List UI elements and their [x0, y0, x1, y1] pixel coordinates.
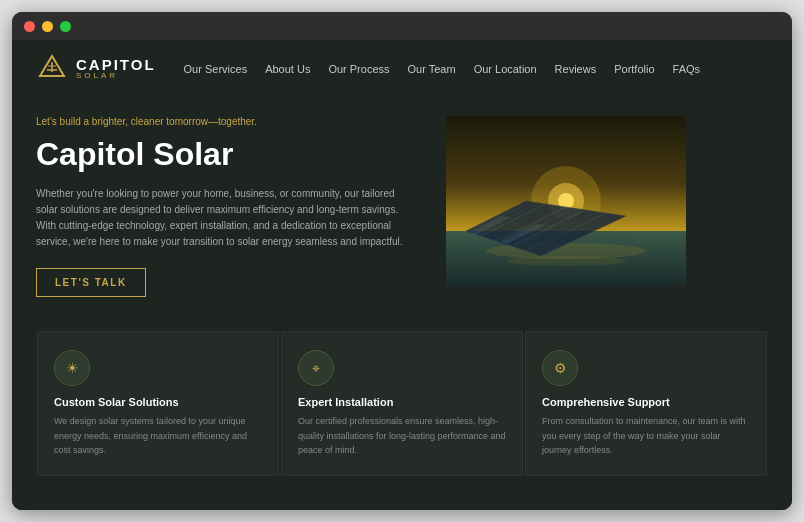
- hero-section: Let's build a brighter, cleaner tomorrow…: [12, 96, 792, 313]
- card-title-0: Custom Solar Solutions: [54, 396, 262, 408]
- card-support: ⚙ Comprehensive Support From consultatio…: [525, 331, 767, 476]
- minimize-button[interactable]: [42, 21, 53, 32]
- card-title-2: Comprehensive Support: [542, 396, 750, 408]
- hero-title: Capitol Solar: [36, 137, 416, 172]
- navbar: CAPITOL SOLAR Our Services About Us Our …: [12, 40, 792, 96]
- nav-location[interactable]: Our Location: [474, 63, 537, 75]
- logo-sub: SOLAR: [76, 72, 156, 80]
- nav-portfolio[interactable]: Portfolio: [614, 63, 654, 75]
- sun-icon: ☀: [66, 360, 79, 376]
- nav-services[interactable]: Our Services: [184, 63, 248, 75]
- hero-description: Whether you're looking to power your hom…: [36, 186, 416, 250]
- gear-icon: ⚙: [554, 360, 567, 376]
- search-icon: ⌖: [312, 360, 320, 377]
- nav-links: Our Services About Us Our Process Our Te…: [184, 59, 701, 77]
- close-button[interactable]: [24, 21, 35, 32]
- hero-content: Let's build a brighter, cleaner tomorrow…: [36, 116, 416, 297]
- maximize-button[interactable]: [60, 21, 71, 32]
- logo-brand: CAPITOL: [76, 57, 156, 72]
- nav-reviews[interactable]: Reviews: [555, 63, 597, 75]
- browser-window: CAPITOL SOLAR Our Services About Us Our …: [12, 12, 792, 510]
- cta-button[interactable]: LET'S TALK: [36, 268, 146, 297]
- card-expert-install: ⌖ Expert Installation Our certified prof…: [281, 331, 523, 476]
- cards-section: ☀ Custom Solar Solutions We design solar…: [12, 331, 792, 476]
- card-title-1: Expert Installation: [298, 396, 506, 408]
- card-desc-2: From consultation to maintenance, our te…: [542, 414, 750, 457]
- svg-point-10: [506, 256, 626, 266]
- card-icon-support: ⚙: [542, 350, 578, 386]
- website-content: CAPITOL SOLAR Our Services About Us Our …: [12, 40, 792, 510]
- nav-team[interactable]: Our Team: [408, 63, 456, 75]
- card-icon-install: ⌖: [298, 350, 334, 386]
- logo[interactable]: CAPITOL SOLAR: [36, 52, 156, 84]
- logo-icon: [36, 52, 68, 84]
- hero-image: [446, 116, 686, 286]
- hero-tagline: Let's build a brighter, cleaner tomorrow…: [36, 116, 416, 127]
- solar-panel-image: [446, 116, 686, 286]
- nav-faqs[interactable]: FAQs: [673, 63, 701, 75]
- nav-process[interactable]: Our Process: [328, 63, 389, 75]
- card-desc-1: Our certified professionals ensure seaml…: [298, 414, 506, 457]
- nav-about[interactable]: About Us: [265, 63, 310, 75]
- card-icon-solar: ☀: [54, 350, 90, 386]
- logo-text: CAPITOL SOLAR: [76, 57, 156, 80]
- browser-chrome: [12, 12, 792, 40]
- card-desc-0: We design solar systems tailored to your…: [54, 414, 262, 457]
- card-custom-solar: ☀ Custom Solar Solutions We design solar…: [37, 331, 279, 476]
